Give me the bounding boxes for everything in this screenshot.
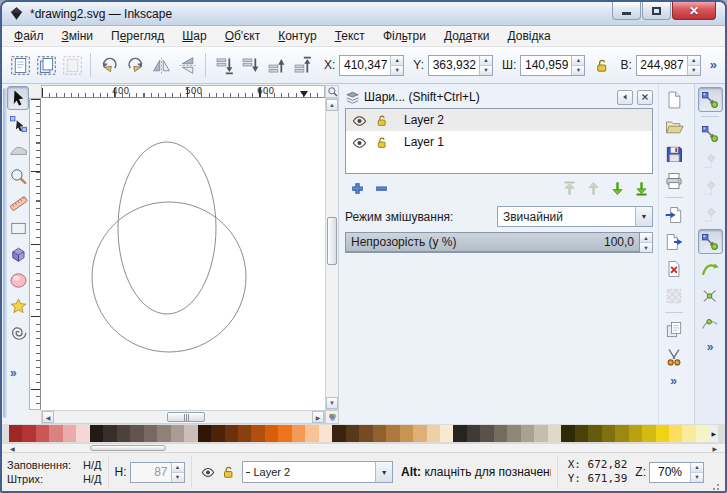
title-bar[interactable]: *drawing2.svg — Inkscape ✕ — [2, 2, 725, 26]
vertical-scroll-thumb[interactable] — [327, 217, 337, 265]
scroll-down-arrow[interactable]: ▼ — [326, 397, 338, 409]
vertical-ruler[interactable] — [29, 98, 41, 410]
palette-swatch[interactable] — [292, 425, 305, 442]
menu-filters[interactable]: Фільтри — [374, 26, 435, 46]
palette-swatch[interactable] — [440, 425, 453, 442]
palette-swatch[interactable] — [265, 425, 278, 442]
palette-swatch[interactable] — [198, 425, 211, 442]
current-layer-select[interactable]: Layer 2 ▼ — [242, 461, 394, 483]
raise-to-top-button[interactable] — [289, 52, 315, 78]
palette-swatch[interactable] — [36, 425, 49, 442]
snap-overflow-chevron[interactable]: » — [707, 340, 714, 354]
palette-swatch[interactable] — [494, 425, 507, 442]
menu-extensions[interactable]: Додатки — [435, 26, 499, 46]
palette-swatch[interactable] — [238, 425, 251, 442]
vertical-scrollbar[interactable]: ▲ ▼ — [325, 98, 339, 410]
y-input[interactable] — [429, 56, 479, 75]
scroll-up-arrow[interactable]: ▲ — [326, 99, 338, 111]
flip-horizontal-button[interactable] — [148, 52, 174, 78]
drawing-canvas[interactable] — [41, 98, 325, 410]
x-spinner[interactable]: ▲▼ — [390, 56, 403, 75]
blend-mode-select[interactable]: Звичайний ▼ — [497, 206, 653, 227]
palette-swatch[interactable] — [656, 425, 669, 442]
zoom-input[interactable] — [650, 463, 690, 482]
snap-bbox-midpoints-button[interactable] — [698, 202, 723, 227]
palette-swatch[interactable] — [575, 425, 588, 442]
palette-swatch[interactable] — [251, 425, 264, 442]
layer-visibility-toggle[interactable] — [201, 465, 215, 479]
palette-swatch[interactable] — [63, 425, 76, 442]
layers-panel-header[interactable]: Шари... (Shift+Ctrl+L) — [345, 86, 653, 108]
color-managed-view-button[interactable] — [325, 410, 339, 424]
x-input[interactable] — [340, 56, 390, 75]
palette-swatch[interactable] — [427, 425, 440, 442]
ellipse-shape-1[interactable] — [118, 142, 216, 314]
paste-button[interactable] — [661, 283, 686, 308]
scroll-left-arrow[interactable]: ◀ — [42, 411, 54, 423]
tool-spiral[interactable] — [7, 320, 29, 344]
close-panel-button[interactable] — [637, 90, 653, 105]
palette-swatch[interactable] — [669, 425, 682, 442]
palette-swatch[interactable] — [211, 425, 224, 442]
toolbar-overflow-chevron[interactable]: » — [710, 57, 717, 72]
layer-visible-icon[interactable] — [352, 135, 367, 150]
layer-visible-icon[interactable] — [352, 113, 367, 128]
opacity-slider[interactable]: Непрозорість (у %) 100,0 — [345, 232, 640, 253]
print-document-button[interactable] — [661, 168, 686, 193]
rotate-cw-button[interactable] — [122, 52, 148, 78]
tools-overflow-chevron[interactable]: » — [10, 366, 17, 380]
scroll-right-arrow[interactable]: ▶ — [312, 411, 324, 423]
deselect-button[interactable] — [59, 52, 85, 78]
palette-swatch[interactable] — [588, 425, 601, 442]
resize-grip[interactable] — [708, 479, 720, 491]
palette-swatch[interactable] — [561, 425, 574, 442]
horizontal-scroll-thumb[interactable] — [167, 412, 205, 422]
close-document-button[interactable] — [661, 256, 686, 281]
palette-swatch[interactable] — [171, 425, 184, 442]
layer-lock-toggle[interactable] — [221, 465, 235, 479]
palette-swatch[interactable] — [184, 425, 197, 442]
new-document-button[interactable] — [661, 87, 686, 112]
minimize-button[interactable] — [612, 2, 641, 20]
palette-swatch[interactable] — [629, 425, 642, 442]
sticky-zoom-button[interactable] — [325, 85, 339, 98]
add-layer-button[interactable] — [345, 179, 369, 201]
palette-swatch[interactable] — [359, 425, 372, 442]
tool-node-editor[interactable] — [7, 112, 29, 136]
palette-swatch[interactable] — [130, 425, 143, 442]
horizontal-scrollbar[interactable]: ◀ ▶ — [41, 410, 325, 424]
export-image-button[interactable] — [661, 229, 686, 254]
layer-unlocked-icon[interactable] — [375, 114, 388, 127]
tool-selector[interactable] — [7, 86, 29, 110]
palette-swatch[interactable] — [615, 425, 628, 442]
w-spinbox[interactable]: ▲▼ — [520, 55, 585, 76]
tool-measure[interactable] — [7, 190, 29, 214]
palette-scroll-right-arrow[interactable]: ▶ — [712, 445, 717, 452]
lower-button[interactable] — [237, 52, 263, 78]
menu-edit[interactable]: Зміни — [53, 26, 103, 46]
snap-enabled-button[interactable] — [698, 87, 723, 112]
h-input[interactable] — [637, 56, 687, 75]
palette-swatch[interactable] — [76, 425, 89, 442]
menu-text[interactable]: Текст — [326, 26, 374, 46]
snap-nodes-button[interactable] — [698, 229, 723, 254]
import-image-button[interactable] — [661, 202, 686, 227]
tool-rectangle[interactable] — [7, 216, 29, 240]
layer-row[interactable]: Layer 2 — [346, 109, 652, 131]
maximize-button[interactable] — [642, 2, 671, 20]
palette-swatch[interactable] — [453, 425, 466, 442]
w-spinner[interactable]: ▲▼ — [571, 56, 584, 75]
object-opacity-spinner[interactable]: ▲▼ — [171, 463, 184, 482]
palette-scrollbar[interactable]: ◀ ▶ — [2, 443, 725, 452]
menu-path[interactable]: Контур — [269, 26, 325, 46]
palette-swatch[interactable] — [117, 425, 130, 442]
snap-bounding-box-button[interactable] — [698, 121, 723, 146]
lock-dimensions-toggle[interactable] — [594, 58, 609, 73]
palette-scroll-left-arrow[interactable]: ◀ — [10, 445, 15, 452]
palette-swatch[interactable] — [386, 425, 399, 442]
select-all-button[interactable] — [7, 52, 33, 78]
palette-swatch[interactable] — [413, 425, 426, 442]
palette-swatch[interactable] — [9, 425, 22, 442]
palette-swatch[interactable] — [480, 425, 493, 442]
raise-layer-to-top-button[interactable] — [557, 179, 581, 201]
